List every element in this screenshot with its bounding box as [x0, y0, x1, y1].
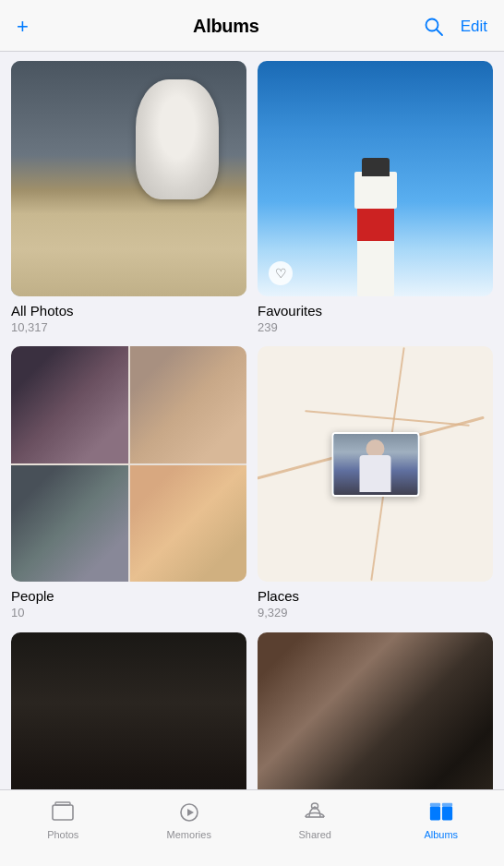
map-photo-pin [331, 432, 419, 497]
svg-rect-10 [430, 803, 440, 807]
people-cell-4 [130, 465, 247, 583]
album-name-places: Places [258, 587, 493, 606]
svg-rect-2 [53, 805, 73, 820]
svg-rect-3 [55, 802, 70, 805]
album-item-people[interactable]: People 10 [11, 346, 246, 620]
tab-shared-label: Shared [299, 829, 331, 840]
svg-rect-8 [430, 806, 440, 820]
tab-memories[interactable]: Memories [152, 800, 226, 840]
shared-tab-icon [302, 800, 328, 825]
people-cell-2 [130, 346, 247, 463]
svg-line-1 [437, 30, 442, 35]
album-thumb-bottom-right [258, 632, 493, 789]
main-content: All Photos 10,317 ♡ Favourites 239 [0, 52, 504, 789]
album-thumb-people [11, 346, 246, 582]
album-thumb-bottom-left [11, 632, 246, 789]
lighthouse-decoration [357, 167, 394, 296]
album-name-all-photos: All Photos [11, 302, 246, 320]
page-title: Albums [193, 16, 259, 37]
svg-rect-9 [442, 806, 452, 820]
edit-button[interactable]: Edit [461, 18, 487, 34]
album-item-favourites[interactable]: ♡ Favourites 239 [258, 61, 493, 335]
tab-albums-label: Albums [424, 829, 458, 840]
tab-bar: Photos Memories Shared [0, 789, 504, 866]
album-item-places[interactable]: Places 9,329 [258, 346, 493, 620]
memories-tab-icon [176, 800, 202, 825]
tab-memories-label: Memories [167, 829, 211, 840]
photos-tab-icon [50, 800, 76, 825]
album-count-people: 10 [11, 606, 246, 621]
album-grid: All Photos 10,317 ♡ Favourites 239 [11, 61, 493, 789]
header: + Albums Edit [0, 0, 504, 52]
album-name-favourites: Favourites [258, 302, 493, 320]
album-count-places: 9,329 [258, 606, 493, 621]
tab-photos[interactable]: Photos [26, 800, 100, 840]
map-person [353, 435, 399, 495]
album-name-people: People [11, 587, 246, 606]
album-count-all-photos: 10,317 [11, 320, 246, 336]
svg-marker-5 [187, 809, 194, 816]
people-cell-1 [11, 346, 128, 463]
svg-point-6 [312, 803, 318, 809]
album-item-all-photos[interactable]: All Photos 10,317 [11, 61, 246, 335]
tab-shared[interactable]: Shared [278, 800, 352, 840]
albums-tab-icon [428, 800, 454, 825]
add-button[interactable]: + [17, 17, 29, 37]
people-cell-3 [11, 465, 128, 583]
album-thumb-favourites: ♡ [258, 61, 493, 296]
album-item-bottom-right[interactable] [258, 632, 493, 789]
album-thumb-all-photos [11, 61, 246, 296]
search-button[interactable] [424, 17, 444, 37]
search-icon [424, 17, 444, 37]
tab-albums[interactable]: Albums [404, 800, 478, 840]
album-count-favourites: 239 [258, 320, 493, 336]
favourites-heart-icon: ♡ [269, 261, 293, 285]
tab-photos-label: Photos [47, 829, 78, 840]
album-thumb-places [258, 346, 493, 582]
album-item-bottom-left[interactable] [11, 632, 246, 789]
svg-rect-11 [442, 803, 452, 807]
